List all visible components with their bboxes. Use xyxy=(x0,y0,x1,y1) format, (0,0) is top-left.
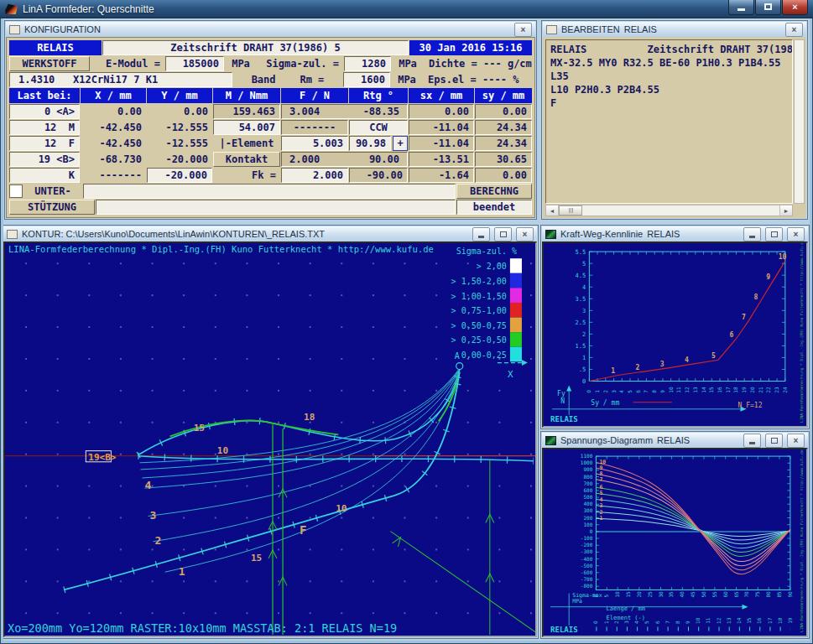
berechng-button[interactable]: BERECHNG xyxy=(456,184,532,199)
svg-text:10: 10 xyxy=(336,503,347,514)
close-button[interactable]: × xyxy=(516,227,534,242)
rm-field[interactable]: 1600 xyxy=(343,72,390,87)
spring-name: RELAIS xyxy=(9,40,102,55)
maximize-button[interactable] xyxy=(765,227,783,242)
material-field[interactable]: 1.4310 X12CrNi17 7 K1 xyxy=(9,72,232,87)
description-field[interactable]: Zeitschrift DRAHT 37(1986) 5 xyxy=(102,40,409,55)
konfiguration-title: KONFIGURATION xyxy=(24,24,510,34)
svg-text:N_F=12: N_F=12 xyxy=(737,402,762,409)
kraft-weg-titlebar[interactable]: Kraft-Weg-Kennlinie RELAIS × xyxy=(542,226,808,242)
kontur-statusline: Xo=200mm Yo=120mm RASTER:10x10mm MASSTAB… xyxy=(8,621,397,635)
close-button[interactable]: × xyxy=(785,23,803,37)
svg-text:4: 4 xyxy=(582,283,586,291)
svg-text:> 1,50-2,00: > 1,50-2,00 xyxy=(451,277,507,286)
col-header: sx / mm xyxy=(409,88,474,103)
svg-text:75: 75 xyxy=(754,591,760,598)
svg-text:-700: -700 xyxy=(581,576,593,582)
kontur-canvas[interactable]: LINA-Formfederberechnung * Dipl.-Ing.(FH… xyxy=(3,242,537,637)
editor-line: L35 xyxy=(550,70,788,83)
spannung-canvas[interactable]: 110010009008007006005004003002001000-100… xyxy=(542,448,808,637)
rowM-m-field[interactable]: 54.007 xyxy=(213,120,280,135)
sigma-field[interactable]: 1280 xyxy=(344,56,391,71)
editor-textarea[interactable]: RELAIS Zeitschrift DRAHT 37(1986) 5 MX-3… xyxy=(545,39,793,204)
window-icon xyxy=(545,436,556,445)
svg-text:10: 10 xyxy=(217,445,228,456)
spannung-plot[interactable]: 110010009008007006005004003002001000-100… xyxy=(544,449,806,636)
rowF-rtg-field[interactable]: 90.98 xyxy=(349,136,391,151)
kraft-weg-canvas[interactable]: 5.554.543.532.521.51.5001234567891011121… xyxy=(542,242,808,428)
rowM-last[interactable]: 12 M xyxy=(9,120,80,135)
rowA-f-rtg: 3.004 -88.35 xyxy=(281,104,408,119)
svg-text:60: 60 xyxy=(722,591,728,598)
kontur-titlebar[interactable]: KONTUR: C:\Users\Kuno\Documents\LinAwin\… xyxy=(3,226,537,242)
svg-text:85: 85 xyxy=(776,591,782,598)
rowK-f-field[interactable]: 2.000 xyxy=(281,168,348,183)
rowB-kontakt-button[interactable]: Kontakt xyxy=(213,152,280,167)
unterstuetzung-field[interactable] xyxy=(83,184,456,199)
dichte-label: Dichte = --- g/cm³ xyxy=(425,56,532,71)
rowB-f: 2.000 xyxy=(289,153,320,165)
col-header: Last bei: xyxy=(9,88,80,103)
emodul-field[interactable]: 185000 xyxy=(165,56,224,71)
minimize-button[interactable] xyxy=(743,227,761,242)
svg-text:17: 17 xyxy=(725,387,731,393)
scroll-left-arrow[interactable]: ◄ xyxy=(546,205,559,216)
minimize-button[interactable] xyxy=(472,227,490,242)
kraft-weg-plot[interactable]: 5.554.543.532.521.51.5001234567891011121… xyxy=(544,243,806,426)
rowK-last[interactable]: K xyxy=(9,168,80,183)
kontur-plot[interactable]: LINA-Formfederberechnung * Dipl.-Ing.(FH… xyxy=(5,243,535,636)
spannung-titlebar[interactable]: Spannungs-Diagramm RELAIS × xyxy=(542,433,808,448)
editor-line: RELAIS Zeitschrift DRAHT 37(1986) 5 xyxy=(550,43,788,56)
maximize-button[interactable] xyxy=(765,434,783,448)
stuetzung-button[interactable]: STÜTZUNG xyxy=(9,200,95,215)
svg-text:600: 600 xyxy=(583,487,592,493)
svg-text:LINA-Formfederberechnung * Dip: LINA-Formfederberechnung * Dipl.-Ing.(FH… xyxy=(800,449,804,632)
close-button[interactable]: × xyxy=(514,23,532,37)
konfiguration-titlebar[interactable]: KONFIGURATION × xyxy=(6,22,535,37)
close-button[interactable]: × xyxy=(787,434,805,448)
rowB-last[interactable]: 19 <B> xyxy=(9,152,80,167)
rowM-rtg-ccw[interactable]: CCW xyxy=(349,120,408,135)
minimize-button[interactable] xyxy=(743,434,761,448)
svg-text:30: 30 xyxy=(658,591,664,598)
col-header: F / N xyxy=(281,88,348,103)
rowK-y-field[interactable]: -20.000 xyxy=(147,168,212,183)
svg-text:10: 10 xyxy=(695,617,701,624)
minimize-button[interactable] xyxy=(728,0,754,15)
main-titlebar[interactable]: LinA Formfeder: Querschnitte × xyxy=(0,0,813,18)
svg-text:9: 9 xyxy=(685,621,691,624)
vertical-scrollbar[interactable] xyxy=(794,39,805,204)
window-icon xyxy=(9,25,20,34)
svg-text:300: 300 xyxy=(583,507,592,513)
close-button[interactable]: × xyxy=(782,0,808,15)
table-row: K ------- -20.000 Fk = 2.000 -90.00 -1.6… xyxy=(9,168,532,183)
bearbeiten-titlebar[interactable]: BEARBEITEN RELAIS × xyxy=(543,22,806,37)
rowK-sy: 0.00 xyxy=(475,168,532,183)
svg-text:25: 25 xyxy=(647,591,653,598)
close-button[interactable]: × xyxy=(787,227,805,242)
rowF-plus-button[interactable]: + xyxy=(393,136,408,151)
rowF-last[interactable]: 12 F xyxy=(9,136,80,151)
svg-text:1: 1 xyxy=(179,565,185,578)
col-header: Rtg ° xyxy=(349,88,408,103)
stuetzung-field[interactable] xyxy=(96,200,456,215)
rowA-last[interactable]: 0 <A> xyxy=(9,104,80,119)
maximize-button[interactable] xyxy=(755,0,781,15)
unterstuetzung-checkbox[interactable] xyxy=(9,184,23,198)
svg-text:20: 20 xyxy=(749,387,755,393)
svg-text:19: 19 xyxy=(787,617,793,624)
window-icon xyxy=(546,25,557,34)
maximize-icon xyxy=(771,231,778,237)
svg-text:0: 0 xyxy=(582,377,586,385)
horizontal-scrollbar[interactable]: ◄ ► xyxy=(545,205,793,216)
werkstoff-button[interactable]: WERKSTOFF xyxy=(9,56,90,71)
svg-text:5: 5 xyxy=(599,490,602,496)
maximize-icon xyxy=(771,438,778,444)
rowB-sx: -13.51 xyxy=(409,152,474,167)
svg-text:Laenge / mm: Laenge / mm xyxy=(606,605,645,612)
scrollbar-thumb[interactable] xyxy=(559,205,582,216)
svg-text:19: 19 xyxy=(741,387,747,393)
scroll-right-arrow[interactable]: ► xyxy=(779,205,792,216)
rowF-f-field[interactable]: 5.003 xyxy=(281,136,348,151)
maximize-button[interactable] xyxy=(494,227,512,242)
